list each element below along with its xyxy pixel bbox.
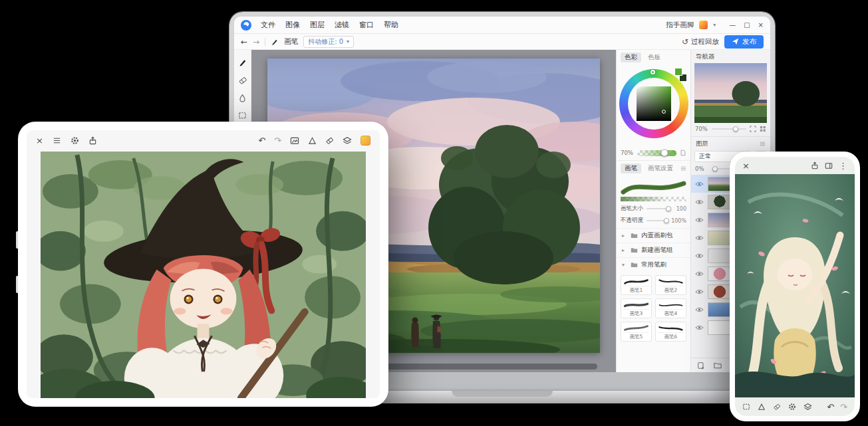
brush-item[interactable]: 画笔6: [655, 322, 686, 342]
fit-screen-icon[interactable]: [750, 126, 756, 132]
divider: [265, 38, 265, 46]
eraser-icon[interactable]: [325, 136, 334, 145]
caret-down-icon: ▾: [622, 262, 627, 268]
eye-icon[interactable]: [695, 253, 704, 259]
select-icon[interactable]: [742, 403, 750, 411]
slider-thumb[interactable]: [664, 218, 669, 223]
color-document-icon[interactable]: [680, 150, 686, 156]
phone-toolbar: × ⋮: [735, 157, 855, 174]
sv-selector-dot[interactable]: [662, 110, 666, 114]
brush-item[interactable]: 画笔4: [655, 298, 686, 318]
zoom-sl ider[interactable]: [712, 128, 746, 130]
primary-color-swatch[interactable]: [674, 68, 682, 76]
account-name[interactable]: 指手画脚: [666, 21, 694, 30]
close-icon[interactable]: ×: [36, 136, 43, 145]
folder-icon: [631, 247, 638, 253]
group-label: 内置画刷包: [641, 231, 673, 240]
tablet-canvas[interactable]: [41, 152, 366, 398]
eye-icon[interactable]: [695, 325, 704, 330]
layers-icon[interactable]: [803, 403, 812, 411]
smudge-tool-button[interactable]: [238, 94, 247, 102]
brush-size-slider[interactable]: [647, 208, 670, 209]
brush-tool-button[interactable]: [238, 58, 247, 67]
menu-icon[interactable]: [53, 136, 61, 145]
slider-thumb[interactable]: [733, 126, 738, 132]
tab-swatches[interactable]: 色板: [644, 53, 664, 62]
undo-icon[interactable]: ↶: [258, 136, 265, 145]
redo-icon[interactable]: ↷: [274, 136, 281, 145]
close-button[interactable]: ×: [758, 22, 764, 29]
stabilizer-dropdown[interactable]: 抖动修正: 0 ▾: [303, 36, 354, 48]
brush-group-common[interactable]: ▾ 常用笔刷: [617, 257, 690, 272]
undo-icon[interactable]: ↶: [827, 403, 834, 411]
menu-file[interactable]: 文件: [261, 20, 275, 30]
ruler-icon[interactable]: [758, 403, 766, 411]
export-icon[interactable]: [88, 136, 97, 145]
color-opacity-row: 70%: [617, 148, 690, 160]
brush-opacity-ramp: [621, 197, 686, 201]
eye-icon[interactable]: [695, 181, 704, 187]
undo-button[interactable]: ←: [241, 38, 247, 46]
eye-icon[interactable]: [695, 199, 704, 205]
eye-icon[interactable]: [695, 217, 704, 223]
gear-icon[interactable]: [788, 403, 796, 411]
saturation-value-square[interactable]: [637, 86, 671, 121]
panel-layout-icon[interactable]: [825, 162, 833, 169]
zoom-grid-icon[interactable]: [760, 126, 766, 132]
brush-opacity-label: 不透明度: [621, 217, 643, 225]
slider-thumb[interactable]: [661, 150, 668, 157]
minimize-button[interactable]: —: [729, 22, 736, 29]
menu-help[interactable]: 帮助: [384, 20, 398, 30]
current-color-swatch[interactable]: [361, 136, 370, 146]
brush-item[interactable]: 画笔5: [621, 322, 652, 342]
menu-window[interactable]: 窗口: [359, 20, 374, 30]
playback-button[interactable]: ↺ 过程回放: [682, 37, 719, 47]
brush-item[interactable]: 画笔3: [621, 298, 652, 318]
phone-app: × ⋮: [735, 157, 855, 416]
eye-icon[interactable]: [695, 235, 704, 241]
menu-filter[interactable]: 滤镜: [335, 20, 349, 30]
close-icon[interactable]: ×: [742, 161, 750, 170]
eye-icon[interactable]: [695, 271, 704, 276]
brush-group-builtin[interactable]: ▸ 内置画刷包: [617, 228, 690, 243]
add-folder-icon[interactable]: [714, 362, 722, 369]
tab-color[interactable]: 色彩: [621, 53, 641, 62]
brush-opacity-slider[interactable]: [647, 220, 668, 221]
phone-canvas[interactable]: [735, 174, 855, 397]
eraser-icon[interactable]: [773, 403, 781, 411]
layers-icon[interactable]: [343, 136, 352, 145]
brush-item[interactable]: 画笔1: [621, 275, 652, 295]
menu-layer[interactable]: 图层: [310, 20, 325, 30]
panel-menu-icon[interactable]: [680, 165, 686, 171]
select-tool-button[interactable]: [238, 111, 247, 120]
tab-brush[interactable]: 画笔: [621, 163, 641, 173]
canvas-icon[interactable]: [290, 136, 299, 145]
eye-icon[interactable]: [695, 307, 704, 312]
slider-thumb[interactable]: [712, 166, 718, 171]
hue-selector-dot[interactable]: [651, 70, 655, 74]
brush-item[interactable]: 画笔2: [655, 275, 686, 295]
account-caret-icon[interactable]: ▾: [713, 22, 716, 28]
redo-button[interactable]: →: [253, 38, 259, 46]
eraser-tool-button[interactable]: [238, 76, 247, 85]
layer-thumbnail: [708, 177, 732, 191]
layer-thumbnail: [708, 284, 732, 299]
add-layer-icon[interactable]: [697, 362, 705, 370]
slider-thumb[interactable]: [666, 206, 671, 211]
color-opacity-slider[interactable]: [637, 150, 676, 156]
brush-opacity-row: 不透明度 100%: [617, 213, 690, 225]
layers-menu-icon[interactable]: [760, 141, 766, 147]
brush-group-new[interactable]: ▸ 新建画笔组: [617, 243, 690, 257]
navigator-thumbnail[interactable]: [694, 63, 767, 123]
maximize-button[interactable]: □: [744, 22, 750, 29]
publish-button[interactable]: 发布: [724, 35, 764, 49]
export-icon[interactable]: [811, 161, 819, 169]
tab-brush-settings[interactable]: 画笔设置: [644, 163, 677, 173]
account-avatar[interactable]: [699, 21, 708, 29]
gear-icon[interactable]: [71, 136, 79, 145]
ruler-icon[interactable]: [308, 136, 317, 145]
eye-icon[interactable]: [695, 289, 704, 294]
redo-icon[interactable]: ↷: [840, 403, 847, 411]
menu-image[interactable]: 图像: [285, 20, 300, 30]
more-icon[interactable]: ⋮: [839, 161, 847, 170]
